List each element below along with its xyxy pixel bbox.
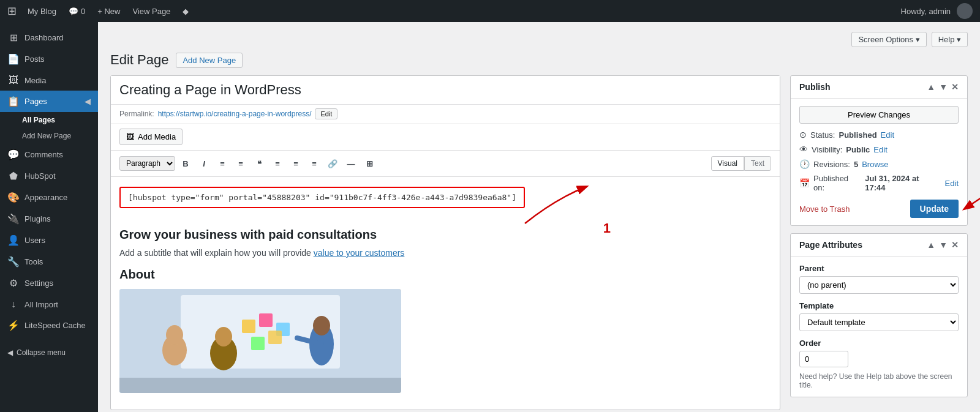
content-about-heading: About [119,268,771,282]
attributes-close-icon[interactable]: ✕ [951,240,959,250]
align-left-button[interactable]: ≡ [270,155,285,171]
editor-panel: Permalink: https://startwp.io/creating-a… [110,75,780,410]
link-button[interactable]: 🔗 [325,155,341,171]
submenu-add-new-page[interactable]: Add New Page [0,128,98,144]
admin-bar: ⊞ My Blog 💬 0 + New View Page ◆ Howdy, a… [0,0,980,22]
permalink-edit-button[interactable]: Edit [315,108,337,119]
editor-content[interactable]: [hubspot type="form" portal="45888203" i… [111,177,780,410]
add-media-icon: 🖼 [126,132,134,141]
status-icon: ⊙ [799,130,807,140]
pages-icon: 📋 [7,96,20,107]
adminbar-howdy: Howdy, admin [901,3,973,19]
attributes-collapse-up-icon[interactable]: ▲ [927,240,935,250]
all-import-icon: ↓ [7,299,20,310]
order-input[interactable] [799,351,848,367]
publish-collapse-down-icon[interactable]: ▼ [939,82,948,92]
dashboard-icon: ⊞ [7,32,20,43]
sidebar-item-posts[interactable]: 📄 Posts [0,48,98,70]
media-icon: 🖼 [7,75,20,86]
svg-rect-6 [268,331,282,344]
status-edit-link[interactable]: Edit [881,130,894,140]
sidebar-item-appearance[interactable]: 🎨 Appearance [0,187,98,208]
permalink-url[interactable]: https://startwp.io/creating-a-page-in-wo… [158,110,312,118]
screen-options-button[interactable]: Screen Options ▾ [851,32,926,47]
move-to-trash-link[interactable]: Move to Trash [799,204,850,214]
more-button[interactable]: — [343,155,359,171]
publish-collapse-up-icon[interactable]: ▲ [927,82,935,92]
collapse-icon: ◀ [7,348,13,357]
screen-options-bar: Screen Options ▾ Help ▾ [110,32,968,47]
revisions-icon: 🕐 [799,159,810,169]
sidebar-item-litespeed[interactable]: ⚡ LiteSpeed Cache [0,315,98,336]
sidebar-item-media[interactable]: 🖼 Media [0,70,98,91]
add-new-page-button[interactable]: Add New Page [176,53,243,68]
svg-rect-2 [242,320,255,333]
adminbar-comments[interactable]: 💬 0 [62,7,91,16]
update-button[interactable]: Update [910,200,959,218]
published-edit-link[interactable]: Edit [945,179,959,188]
plugins-icon: 🔌 [7,213,20,225]
collapse-menu-button[interactable]: ◀ Collapse menu [0,343,98,362]
svg-point-12 [313,316,330,335]
parent-label: Parent [799,264,959,273]
adminbar-site[interactable]: My Blog [21,7,62,16]
bold-button[interactable]: B [178,155,194,171]
attributes-collapse-down-icon[interactable]: ▼ [939,240,948,250]
template-label: Template [799,301,959,310]
annotation-arrow-1 [519,181,598,230]
template-select[interactable]: Default template [799,313,959,331]
publish-close-icon[interactable]: ✕ [951,82,959,92]
subtitle-link[interactable]: value to your customers [314,248,405,258]
revisions-browse-link[interactable]: Browse [862,160,888,169]
adminbar-woo[interactable]: ◆ [176,7,195,16]
sidebar-item-plugins[interactable]: 🔌 Plugins [0,208,98,230]
publish-visibility-row: 👁 Visibility: Public Edit [799,144,959,154]
italic-button[interactable]: I [196,155,212,171]
adminbar-new[interactable]: + New [91,7,126,16]
tab-visual[interactable]: Visual [711,156,744,171]
publish-panel: Publish ▲ ▼ ✕ Preview Changes ⊙ Status: … [790,75,968,226]
adminbar-avatar[interactable] [957,3,973,19]
content-grid: Permalink: https://startwp.io/creating-a… [110,75,968,410]
wp-logo-icon[interactable]: ⊞ [7,4,17,18]
visibility-edit-link[interactable]: Edit [873,145,887,154]
publish-panel-header: Publish ▲ ▼ ✕ [791,76,967,99]
table-button[interactable]: ⊞ [361,155,377,171]
sidebar-item-settings[interactable]: ⚙ Settings [0,272,98,294]
order-label: Order [799,339,959,348]
permalink-bar: Permalink: https://startwp.io/creating-a… [111,105,780,124]
sidebar-item-tools[interactable]: 🔧 Tools [0,251,98,272]
svg-rect-14 [119,378,401,393]
submenu-all-pages[interactable]: All Pages [0,112,98,128]
sidebar-item-users[interactable]: 👤 Users [0,230,98,251]
comments-icon: 💬 [7,149,20,160]
sidebar-item-pages[interactable]: 📋 Pages ◀ [0,91,98,112]
align-right-button[interactable]: ≡ [306,155,322,171]
ul-button[interactable]: ≡ [214,155,230,171]
add-media-button[interactable]: 🖼 Add Media [119,129,183,145]
settings-icon: ⚙ [7,277,20,289]
publish-panel-body: Preview Changes ⊙ Status: Published Edit… [791,99,967,225]
blockquote-button[interactable]: ❝ [251,155,267,171]
preview-changes-button[interactable]: Preview Changes [799,106,959,124]
adminbar-view-page[interactable]: View Page [126,7,176,16]
svg-rect-3 [259,313,273,327]
help-button[interactable]: Help ▾ [932,32,968,47]
sidebar-item-hubspot[interactable]: ⬟ HubSpot [0,165,98,187]
sidebar-item-comments[interactable]: 💬 Comments [0,144,98,165]
align-center-button[interactable]: ≡ [288,155,304,171]
pages-arrow-icon: ◀ [85,97,91,106]
sidebar-item-all-import[interactable]: ↓ All Import [0,294,98,315]
page-title: Edit Page [110,52,168,68]
parent-select[interactable]: (no parent) [799,276,959,294]
admin-menu: ⊞ Dashboard 📄 Posts 🖼 Media 📋 Pages ◀ Al… [0,22,98,412]
attributes-panel-actions: ▲ ▼ ✕ [927,240,959,250]
hubspot-icon: ⬟ [7,170,20,182]
sidebar-item-dashboard[interactable]: ⊞ Dashboard [0,27,98,48]
format-select[interactable]: Paragraph [119,156,175,171]
tab-text[interactable]: Text [744,156,771,171]
wp-layout: ⊞ Dashboard 📄 Posts 🖼 Media 📋 Pages ◀ Al… [0,22,980,412]
svg-rect-5 [251,337,265,350]
ol-button[interactable]: ≡ [233,155,249,171]
page-title-input[interactable] [111,76,780,105]
